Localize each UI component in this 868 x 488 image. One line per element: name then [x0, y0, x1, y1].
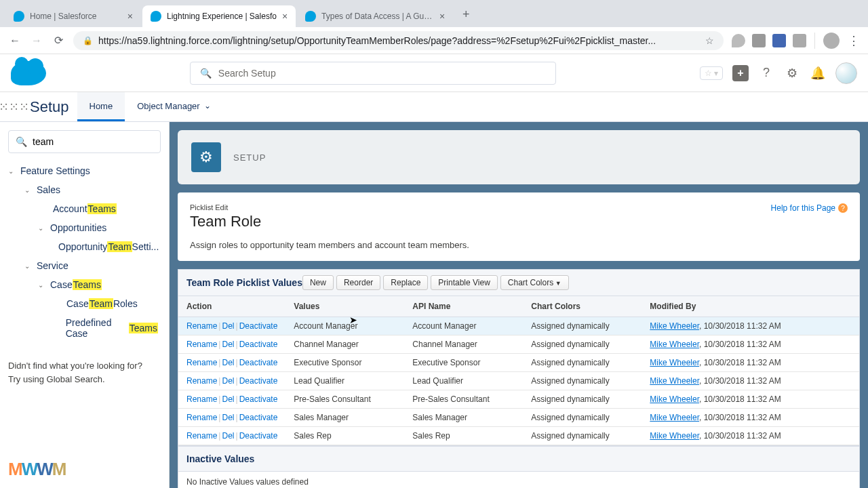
nav-tab-object-manager[interactable]: Object Manager⌄ [125, 92, 223, 121]
back-icon[interactable]: ← [8, 34, 22, 47]
tree-service[interactable]: ⌄Service [8, 256, 161, 275]
col-chart-colors: Chart Colors [523, 296, 642, 317]
chevron-down-icon: ⌄ [38, 281, 46, 289]
tree-case-team-roles[interactable]: Case Team Roles [8, 294, 161, 313]
bell-icon[interactable]: 🔔 [810, 65, 826, 81]
setup-label: Setup [27, 98, 77, 116]
cell-value: Executive Sponsor [285, 354, 404, 372]
help-link[interactable]: Help for this Page ? [771, 203, 848, 213]
cell-api: Pre-Sales Consultant [404, 390, 523, 409]
sidebar-footer: Didn't find what you're looking for? Try… [8, 359, 161, 386]
cell-value: Sales Manager [285, 409, 404, 427]
app-launcher-icon[interactable]: ⁙⁙⁙ [0, 100, 27, 115]
close-icon[interactable]: × [439, 11, 445, 22]
rename-link[interactable]: Rename [186, 340, 217, 349]
user-link[interactable]: Mike Wheeler [650, 340, 699, 349]
rename-link[interactable]: Rename [186, 358, 217, 367]
chevron-down-icon: ⌄ [204, 101, 211, 110]
user-link[interactable]: Mike Wheeler [650, 376, 699, 386]
del-link[interactable]: Del [222, 394, 234, 404]
deactivate-link[interactable]: Deactivate [239, 413, 278, 422]
extension-icon[interactable] [752, 34, 766, 47]
deactivate-link[interactable]: Deactivate [239, 431, 278, 441]
close-icon[interactable]: × [127, 11, 133, 22]
forward-icon[interactable]: → [30, 34, 43, 47]
address-bar[interactable]: 🔒 https://na59.lightning.force.com/light… [73, 31, 724, 50]
new-button[interactable]: New [302, 275, 334, 290]
user-link[interactable]: Mike Wheeler [650, 413, 699, 422]
rename-link[interactable]: Rename [186, 321, 217, 331]
table-row: Rename|Del|DeactivatePre-Sales Consultan… [178, 390, 859, 409]
del-link[interactable]: Del [222, 431, 234, 441]
quick-find[interactable]: 🔍 [8, 130, 161, 153]
rename-link[interactable]: Rename [186, 413, 217, 422]
del-link[interactable]: Del [222, 413, 234, 422]
user-link[interactable]: Mike Wheeler [650, 358, 699, 367]
lock-icon: 🔒 [83, 36, 93, 45]
deactivate-link[interactable]: Deactivate [239, 321, 278, 331]
extension-icon[interactable] [793, 34, 806, 47]
deactivate-link[interactable]: Deactivate [239, 376, 278, 386]
user-link[interactable]: Mike Wheeler [650, 431, 699, 441]
tree-sales[interactable]: ⌄Sales [8, 180, 161, 199]
table-title: Team Role Picklist Values [186, 277, 302, 288]
salesforce-logo[interactable] [11, 61, 46, 85]
rename-link[interactable]: Rename [186, 431, 217, 441]
gear-icon[interactable]: ⚙ [784, 65, 800, 81]
close-icon[interactable]: × [282, 11, 288, 22]
chevron-down-icon: ⌄ [24, 262, 33, 270]
help-icon[interactable]: ? [758, 65, 774, 81]
browser-tab[interactable]: Types of Data Access | A Guide × [297, 5, 453, 27]
cell-value: Channel Manager [285, 336, 404, 354]
cell-color: Assigned dynamically [523, 409, 642, 427]
chart-colors-button[interactable]: Chart Colors [500, 275, 569, 290]
main-content: ⚙ SETUP Picklist Edit Team Role Help for… [170, 122, 868, 488]
new-tab-button[interactable]: + [454, 2, 478, 27]
extension-icon[interactable] [732, 34, 745, 47]
cell-value: Sales Rep [285, 427, 404, 445]
del-link[interactable]: Del [222, 358, 234, 367]
browser-tab[interactable]: Home | Salesforce × [5, 5, 141, 27]
setup-tree: ⌄Feature Settings ⌄Sales Account Teams ⌄… [8, 161, 161, 343]
user-link[interactable]: Mike Wheeler [650, 321, 699, 331]
add-icon[interactable]: + [732, 65, 749, 81]
profile-avatar[interactable] [823, 33, 840, 49]
menu-icon[interactable]: ⋮ [848, 33, 860, 48]
deactivate-link[interactable]: Deactivate [239, 394, 278, 404]
tree-predefined-case-teams[interactable]: Predefined Case Teams [8, 313, 161, 343]
quick-find-input[interactable] [33, 136, 153, 147]
browser-tab-active[interactable]: Lightning Experience | Salesfo × [142, 5, 296, 27]
user-link[interactable]: Mike Wheeler [650, 394, 699, 404]
replace-button[interactable]: Replace [383, 275, 428, 290]
extension-icon[interactable] [772, 34, 786, 47]
reorder-button[interactable]: Reorder [336, 275, 380, 290]
rename-link[interactable]: Rename [186, 376, 217, 386]
col-values: Values [285, 296, 404, 317]
browser-tab-strip: Home | Salesforce × Lightning Experience… [0, 0, 868, 27]
deactivate-link[interactable]: Deactivate [239, 340, 278, 349]
nav-tab-home[interactable]: Home [77, 92, 125, 121]
cell-api: Channel Manager [404, 336, 523, 354]
tree-opportunities[interactable]: ⌄Opportunities [8, 218, 161, 237]
tree-feature-settings[interactable]: ⌄Feature Settings [8, 161, 161, 180]
global-search[interactable]: 🔍 Search Setup [190, 62, 556, 85]
tree-case-teams[interactable]: ⌄Case Teams [8, 275, 161, 294]
tree-opportunity-team-settings[interactable]: Opportunity Team Setti... [8, 237, 161, 256]
user-avatar[interactable] [835, 62, 857, 84]
del-link[interactable]: Del [222, 340, 234, 349]
reload-icon[interactable]: ⟳ [52, 34, 65, 47]
cell-color: Assigned dynamically [523, 317, 642, 336]
del-link[interactable]: Del [222, 321, 234, 331]
cell-api: Sales Rep [404, 427, 523, 445]
col-action: Action [178, 296, 285, 317]
del-link[interactable]: Del [222, 376, 234, 386]
rename-link[interactable]: Rename [186, 394, 217, 404]
salesforce-favicon [151, 11, 161, 22]
extension-icons [732, 34, 806, 47]
cell-color: Assigned dynamically [523, 336, 642, 354]
star-icon[interactable]: ☆ [705, 35, 714, 46]
deactivate-link[interactable]: Deactivate [239, 358, 278, 367]
tree-account-teams[interactable]: Account Teams [8, 199, 161, 218]
printable-view-button[interactable]: Printable View [431, 275, 498, 290]
favorites-button[interactable]: ☆ ▾ [700, 66, 723, 80]
